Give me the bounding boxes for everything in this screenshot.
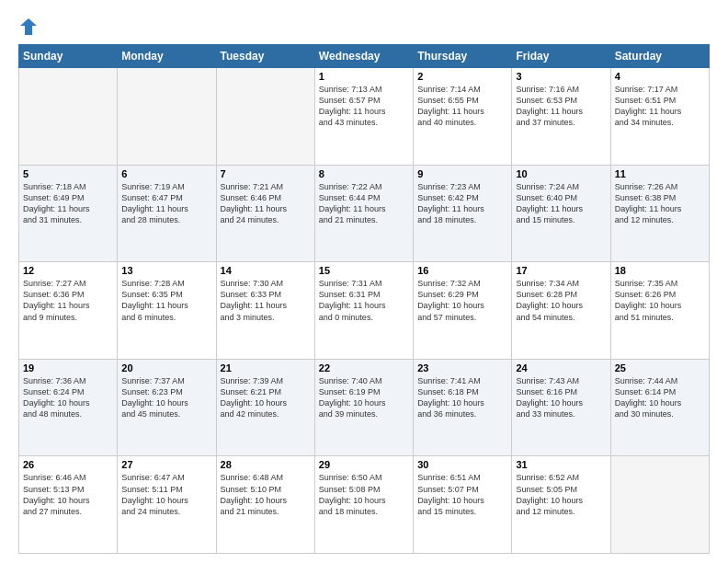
day-info: Sunrise: 6:46 AM Sunset: 5:13 PM Dayligh… [23, 472, 113, 517]
calendar-cell: 28Sunrise: 6:48 AM Sunset: 5:10 PM Dayli… [216, 456, 314, 554]
day-number: 18 [615, 265, 705, 276]
calendar-cell: 18Sunrise: 7:35 AM Sunset: 6:26 PM Dayli… [610, 262, 709, 360]
day-info: Sunrise: 6:47 AM Sunset: 5:11 PM Dayligh… [121, 472, 211, 517]
weekday-header-friday: Friday [512, 45, 610, 68]
weekday-header-saturday: Saturday [610, 45, 709, 68]
calendar-cell: 20Sunrise: 7:37 AM Sunset: 6:23 PM Dayli… [118, 359, 216, 456]
weekday-header-tuesday: Tuesday [216, 45, 314, 68]
day-number: 23 [417, 362, 507, 373]
calendar-cell: 22Sunrise: 7:40 AM Sunset: 6:19 PM Dayli… [314, 359, 413, 456]
day-number: 22 [319, 362, 409, 373]
day-info: Sunrise: 7:37 AM Sunset: 6:23 PM Dayligh… [121, 375, 211, 420]
page: SundayMondayTuesdayWednesdayThursdayFrid… [0, 0, 728, 563]
day-info: Sunrise: 7:40 AM Sunset: 6:19 PM Dayligh… [319, 375, 409, 420]
calendar-cell: 13Sunrise: 7:28 AM Sunset: 6:35 PM Dayli… [118, 262, 216, 360]
logo-icon [18, 17, 39, 37]
day-info: Sunrise: 7:16 AM Sunset: 6:53 PM Dayligh… [516, 84, 606, 129]
day-number: 29 [319, 459, 409, 470]
calendar-cell: 25Sunrise: 7:44 AM Sunset: 6:14 PM Dayli… [610, 359, 709, 456]
calendar-cell: 3Sunrise: 7:16 AM Sunset: 6:53 PM Daylig… [512, 68, 610, 166]
day-info: Sunrise: 7:35 AM Sunset: 6:26 PM Dayligh… [615, 278, 705, 323]
day-number: 16 [417, 265, 507, 276]
day-number: 10 [516, 168, 606, 179]
calendar-week-2: 5Sunrise: 7:18 AM Sunset: 6:49 PM Daylig… [19, 165, 710, 262]
day-info: Sunrise: 7:17 AM Sunset: 6:51 PM Dayligh… [615, 84, 705, 129]
day-info: Sunrise: 7:19 AM Sunset: 6:47 PM Dayligh… [121, 181, 211, 226]
day-info: Sunrise: 7:28 AM Sunset: 6:35 PM Dayligh… [121, 278, 211, 323]
calendar-cell [118, 68, 216, 166]
day-info: Sunrise: 7:22 AM Sunset: 6:44 PM Dayligh… [319, 181, 409, 226]
weekday-header-sunday: Sunday [19, 45, 118, 68]
calendar-cell: 6Sunrise: 7:19 AM Sunset: 6:47 PM Daylig… [118, 165, 216, 262]
calendar-cell: 16Sunrise: 7:32 AM Sunset: 6:29 PM Dayli… [414, 262, 512, 360]
day-number: 27 [121, 459, 211, 470]
calendar-cell: 14Sunrise: 7:30 AM Sunset: 6:33 PM Dayli… [216, 262, 314, 360]
header [18, 17, 710, 37]
day-number: 2 [417, 71, 507, 82]
day-info: Sunrise: 6:48 AM Sunset: 5:10 PM Dayligh… [221, 472, 311, 517]
weekday-header-row: SundayMondayTuesdayWednesdayThursdayFrid… [19, 45, 710, 68]
calendar-cell: 8Sunrise: 7:22 AM Sunset: 6:44 PM Daylig… [314, 165, 413, 262]
calendar-cell: 7Sunrise: 7:21 AM Sunset: 6:46 PM Daylig… [216, 165, 314, 262]
day-info: Sunrise: 7:23 AM Sunset: 6:42 PM Dayligh… [417, 181, 507, 226]
day-info: Sunrise: 7:34 AM Sunset: 6:28 PM Dayligh… [516, 278, 606, 323]
calendar-table: SundayMondayTuesdayWednesdayThursdayFrid… [18, 44, 710, 554]
calendar-cell: 4Sunrise: 7:17 AM Sunset: 6:51 PM Daylig… [610, 68, 709, 166]
day-info: Sunrise: 7:21 AM Sunset: 6:46 PM Dayligh… [221, 181, 311, 226]
calendar-cell [216, 68, 314, 166]
calendar-cell: 24Sunrise: 7:43 AM Sunset: 6:16 PM Dayli… [512, 359, 610, 456]
svg-marker-1 [20, 18, 37, 35]
day-number: 9 [417, 168, 507, 179]
day-number: 6 [121, 168, 211, 179]
calendar-cell: 26Sunrise: 6:46 AM Sunset: 5:13 PM Dayli… [19, 456, 118, 554]
day-number: 28 [221, 459, 311, 470]
day-number: 15 [319, 265, 409, 276]
day-number: 21 [221, 362, 311, 373]
calendar-cell: 19Sunrise: 7:36 AM Sunset: 6:24 PM Dayli… [19, 359, 118, 456]
day-number: 20 [121, 362, 211, 373]
calendar-cell: 2Sunrise: 7:14 AM Sunset: 6:55 PM Daylig… [414, 68, 512, 166]
day-number: 8 [319, 168, 409, 179]
day-info: Sunrise: 7:44 AM Sunset: 6:14 PM Dayligh… [615, 375, 705, 420]
calendar-cell [610, 456, 709, 554]
day-info: Sunrise: 7:39 AM Sunset: 6:21 PM Dayligh… [221, 375, 311, 420]
calendar-cell: 12Sunrise: 7:27 AM Sunset: 6:36 PM Dayli… [19, 262, 118, 360]
day-number: 3 [516, 71, 606, 82]
day-info: Sunrise: 7:32 AM Sunset: 6:29 PM Dayligh… [417, 278, 507, 323]
calendar-cell: 30Sunrise: 6:51 AM Sunset: 5:07 PM Dayli… [414, 456, 512, 554]
weekday-header-thursday: Thursday [414, 45, 512, 68]
day-number: 17 [516, 265, 606, 276]
calendar-cell: 11Sunrise: 7:26 AM Sunset: 6:38 PM Dayli… [610, 165, 709, 262]
calendar-week-1: 1Sunrise: 7:13 AM Sunset: 6:57 PM Daylig… [19, 68, 710, 166]
calendar-cell: 9Sunrise: 7:23 AM Sunset: 6:42 PM Daylig… [414, 165, 512, 262]
logo [18, 17, 42, 37]
day-number: 1 [319, 71, 409, 82]
day-info: Sunrise: 7:30 AM Sunset: 6:33 PM Dayligh… [221, 278, 311, 323]
calendar-week-3: 12Sunrise: 7:27 AM Sunset: 6:36 PM Dayli… [19, 262, 710, 360]
day-info: Sunrise: 7:18 AM Sunset: 6:49 PM Dayligh… [23, 181, 113, 226]
calendar-cell: 15Sunrise: 7:31 AM Sunset: 6:31 PM Dayli… [314, 262, 413, 360]
day-number: 25 [615, 362, 705, 373]
calendar-cell: 1Sunrise: 7:13 AM Sunset: 6:57 PM Daylig… [314, 68, 413, 166]
weekday-header-wednesday: Wednesday [314, 45, 413, 68]
day-number: 7 [221, 168, 311, 179]
day-info: Sunrise: 6:51 AM Sunset: 5:07 PM Dayligh… [417, 472, 507, 517]
day-info: Sunrise: 7:36 AM Sunset: 6:24 PM Dayligh… [23, 375, 113, 420]
day-number: 13 [121, 265, 211, 276]
day-info: Sunrise: 7:14 AM Sunset: 6:55 PM Dayligh… [417, 84, 507, 129]
calendar-cell: 17Sunrise: 7:34 AM Sunset: 6:28 PM Dayli… [512, 262, 610, 360]
day-info: Sunrise: 7:26 AM Sunset: 6:38 PM Dayligh… [615, 181, 705, 226]
day-number: 31 [516, 459, 606, 470]
day-info: Sunrise: 7:43 AM Sunset: 6:16 PM Dayligh… [516, 375, 606, 420]
calendar-cell: 23Sunrise: 7:41 AM Sunset: 6:18 PM Dayli… [414, 359, 512, 456]
calendar-week-5: 26Sunrise: 6:46 AM Sunset: 5:13 PM Dayli… [19, 456, 710, 554]
day-info: Sunrise: 7:31 AM Sunset: 6:31 PM Dayligh… [319, 278, 409, 323]
day-number: 30 [417, 459, 507, 470]
calendar-week-4: 19Sunrise: 7:36 AM Sunset: 6:24 PM Dayli… [19, 359, 710, 456]
weekday-header-monday: Monday [118, 45, 216, 68]
day-number: 19 [23, 362, 113, 373]
calendar-cell: 29Sunrise: 6:50 AM Sunset: 5:08 PM Dayli… [314, 456, 413, 554]
day-number: 14 [221, 265, 311, 276]
day-number: 24 [516, 362, 606, 373]
calendar-cell: 10Sunrise: 7:24 AM Sunset: 6:40 PM Dayli… [512, 165, 610, 262]
